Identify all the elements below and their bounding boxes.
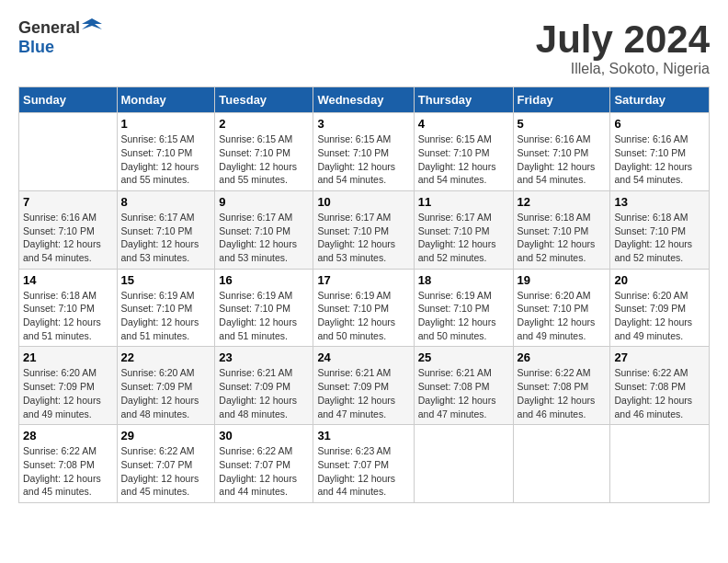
calendar-cell: 6Sunrise: 6:16 AM Sunset: 7:10 PM Daylig…	[610, 113, 710, 191]
day-info: Sunrise: 6:23 AM Sunset: 7:07 PM Dayligh…	[317, 444, 409, 499]
day-number: 22	[121, 350, 211, 364]
day-number: 15	[121, 273, 211, 287]
day-info: Sunrise: 6:22 AM Sunset: 7:08 PM Dayligh…	[518, 366, 607, 420]
calendar-cell: 13Sunrise: 6:18 AM Sunset: 7:10 PM Dayli…	[610, 190, 710, 269]
calendar-cell: 24Sunrise: 6:21 AM Sunset: 7:09 PM Dayli…	[313, 347, 414, 425]
calendar-cell: 18Sunrise: 6:19 AM Sunset: 7:10 PM Dayli…	[414, 269, 513, 347]
title-area: July 2024 Illela, Sokoto, Nigeria	[536, 18, 710, 77]
calendar-cell: 5Sunrise: 6:16 AM Sunset: 7:10 PM Daylig…	[513, 113, 610, 191]
calendar-cell: 15Sunrise: 6:19 AM Sunset: 7:10 PM Dayli…	[117, 269, 215, 347]
page-header: General Blue July 2024 Illela, Sokoto, N…	[18, 18, 710, 77]
day-info: Sunrise: 6:22 AM Sunset: 7:08 PM Dayligh…	[614, 366, 705, 420]
day-number: 11	[418, 195, 509, 209]
calendar-week-3: 14Sunrise: 6:18 AM Sunset: 7:10 PM Dayli…	[19, 269, 710, 347]
header-saturday: Saturday	[610, 87, 710, 113]
day-number: 21	[23, 350, 113, 364]
day-number: 24	[317, 350, 409, 364]
day-info: Sunrise: 6:16 AM Sunset: 7:10 PM Dayligh…	[614, 132, 705, 187]
calendar-week-1: 1Sunrise: 6:15 AM Sunset: 7:10 PM Daylig…	[19, 113, 710, 191]
calendar-cell: 28Sunrise: 6:22 AM Sunset: 7:08 PM Dayli…	[19, 425, 118, 503]
header-row: Sunday Monday Tuesday Wednesday Thursday…	[19, 87, 710, 113]
day-number: 19	[518, 273, 607, 287]
day-info: Sunrise: 6:15 AM Sunset: 7:10 PM Dayligh…	[121, 132, 211, 187]
calendar-cell: 16Sunrise: 6:19 AM Sunset: 7:10 PM Dayli…	[215, 269, 313, 347]
day-number: 13	[614, 195, 705, 209]
day-info: Sunrise: 6:16 AM Sunset: 7:10 PM Dayligh…	[23, 211, 113, 265]
calendar-cell: 1Sunrise: 6:15 AM Sunset: 7:10 PM Daylig…	[117, 113, 215, 191]
day-number: 28	[23, 429, 113, 442]
day-number: 6	[614, 117, 705, 131]
calendar-cell: 10Sunrise: 6:17 AM Sunset: 7:10 PM Dayli…	[313, 190, 414, 269]
calendar-cell: 11Sunrise: 6:17 AM Sunset: 7:10 PM Dayli…	[414, 190, 513, 269]
header-friday: Friday	[513, 87, 610, 113]
day-number: 31	[317, 429, 409, 442]
calendar-cell	[414, 425, 513, 503]
logo-general-text: General	[18, 18, 80, 38]
calendar-cell	[513, 425, 610, 503]
header-thursday: Thursday	[414, 87, 513, 113]
day-number: 17	[317, 273, 409, 287]
day-number: 23	[219, 350, 309, 364]
day-info: Sunrise: 6:19 AM Sunset: 7:10 PM Dayligh…	[317, 289, 409, 343]
day-info: Sunrise: 6:17 AM Sunset: 7:10 PM Dayligh…	[418, 211, 509, 265]
day-info: Sunrise: 6:17 AM Sunset: 7:10 PM Dayligh…	[219, 211, 309, 265]
day-info: Sunrise: 6:19 AM Sunset: 7:10 PM Dayligh…	[219, 289, 309, 343]
calendar-cell: 31Sunrise: 6:23 AM Sunset: 7:07 PM Dayli…	[313, 425, 414, 503]
day-number: 27	[614, 350, 705, 364]
day-info: Sunrise: 6:16 AM Sunset: 7:10 PM Dayligh…	[518, 132, 607, 187]
calendar-header: Sunday Monday Tuesday Wednesday Thursday…	[19, 87, 710, 113]
calendar-title: July 2024	[536, 18, 710, 61]
calendar-cell: 17Sunrise: 6:19 AM Sunset: 7:10 PM Dayli…	[313, 269, 414, 347]
day-info: Sunrise: 6:22 AM Sunset: 7:08 PM Dayligh…	[23, 444, 113, 499]
calendar-week-4: 21Sunrise: 6:20 AM Sunset: 7:09 PM Dayli…	[19, 347, 710, 425]
calendar-cell: 25Sunrise: 6:21 AM Sunset: 7:08 PM Dayli…	[414, 347, 513, 425]
day-info: Sunrise: 6:17 AM Sunset: 7:10 PM Dayligh…	[317, 211, 409, 265]
day-info: Sunrise: 6:17 AM Sunset: 7:10 PM Dayligh…	[121, 211, 211, 265]
day-number: 3	[317, 117, 409, 131]
calendar-cell: 7Sunrise: 6:16 AM Sunset: 7:10 PM Daylig…	[19, 190, 118, 269]
day-number: 4	[418, 117, 509, 131]
header-sunday: Sunday	[19, 87, 118, 113]
day-info: Sunrise: 6:15 AM Sunset: 7:10 PM Dayligh…	[317, 132, 409, 187]
day-number: 25	[418, 350, 509, 364]
calendar-cell: 9Sunrise: 6:17 AM Sunset: 7:10 PM Daylig…	[215, 190, 313, 269]
calendar-week-5: 28Sunrise: 6:22 AM Sunset: 7:08 PM Dayli…	[19, 425, 710, 503]
calendar-cell: 8Sunrise: 6:17 AM Sunset: 7:10 PM Daylig…	[117, 190, 215, 269]
calendar-cell: 29Sunrise: 6:22 AM Sunset: 7:07 PM Dayli…	[117, 425, 215, 503]
day-info: Sunrise: 6:20 AM Sunset: 7:09 PM Dayligh…	[614, 289, 705, 343]
day-info: Sunrise: 6:18 AM Sunset: 7:10 PM Dayligh…	[614, 211, 705, 265]
day-number: 2	[219, 117, 309, 131]
day-info: Sunrise: 6:19 AM Sunset: 7:10 PM Dayligh…	[121, 289, 211, 343]
day-info: Sunrise: 6:20 AM Sunset: 7:09 PM Dayligh…	[121, 366, 211, 420]
calendar-cell: 19Sunrise: 6:20 AM Sunset: 7:10 PM Dayli…	[513, 269, 610, 347]
day-info: Sunrise: 6:18 AM Sunset: 7:10 PM Dayligh…	[23, 289, 113, 343]
day-info: Sunrise: 6:20 AM Sunset: 7:09 PM Dayligh…	[23, 366, 113, 420]
logo-bird-icon	[82, 17, 102, 37]
day-number: 7	[23, 195, 113, 209]
day-info: Sunrise: 6:15 AM Sunset: 7:10 PM Dayligh…	[418, 132, 509, 187]
day-number: 18	[418, 273, 509, 287]
day-info: Sunrise: 6:21 AM Sunset: 7:08 PM Dayligh…	[418, 366, 509, 420]
header-wednesday: Wednesday	[313, 87, 414, 113]
day-info: Sunrise: 6:22 AM Sunset: 7:07 PM Dayligh…	[121, 444, 211, 499]
calendar-cell	[19, 113, 118, 191]
day-number: 16	[219, 273, 309, 287]
calendar-table: Sunday Monday Tuesday Wednesday Thursday…	[18, 86, 710, 503]
day-number: 30	[219, 429, 309, 442]
calendar-cell: 22Sunrise: 6:20 AM Sunset: 7:09 PM Dayli…	[117, 347, 215, 425]
day-info: Sunrise: 6:20 AM Sunset: 7:10 PM Dayligh…	[518, 289, 607, 343]
calendar-body: 1Sunrise: 6:15 AM Sunset: 7:10 PM Daylig…	[19, 113, 710, 503]
header-tuesday: Tuesday	[215, 87, 313, 113]
calendar-cell: 3Sunrise: 6:15 AM Sunset: 7:10 PM Daylig…	[313, 113, 414, 191]
calendar-cell: 27Sunrise: 6:22 AM Sunset: 7:08 PM Dayli…	[610, 347, 710, 425]
day-number: 29	[121, 429, 211, 442]
logo-blue-text: Blue	[18, 38, 54, 56]
day-info: Sunrise: 6:22 AM Sunset: 7:07 PM Dayligh…	[219, 444, 309, 499]
day-number: 8	[121, 195, 211, 209]
day-number: 10	[317, 195, 409, 209]
calendar-cell: 23Sunrise: 6:21 AM Sunset: 7:09 PM Dayli…	[215, 347, 313, 425]
day-info: Sunrise: 6:21 AM Sunset: 7:09 PM Dayligh…	[317, 366, 409, 420]
day-number: 1	[121, 117, 211, 131]
calendar-cell: 2Sunrise: 6:15 AM Sunset: 7:10 PM Daylig…	[215, 113, 313, 191]
logo: General Blue	[18, 18, 102, 57]
